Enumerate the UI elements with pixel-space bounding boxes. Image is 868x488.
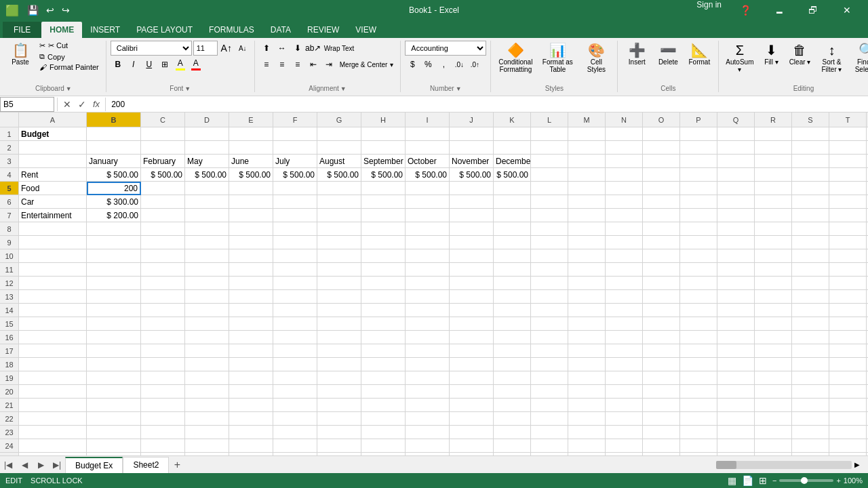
cell-B7[interactable]: $ 200.00 [87,209,141,222]
cell-I16[interactable] [406,331,450,344]
cell-O25[interactable] [643,453,680,455]
cell-T14[interactable] [829,304,867,317]
cell-S24[interactable] [792,439,829,453]
cell-R11[interactable] [755,263,792,277]
cell-G14[interactable] [317,304,361,317]
row-num-11[interactable]: 11 [0,263,19,277]
col-header-q[interactable]: Q [717,113,755,127]
cell-Q3[interactable] [717,155,755,168]
cell-A6[interactable]: Car [19,195,87,209]
prev-sheet-button[interactable]: ◀ [16,457,33,473]
cell-T7[interactable] [829,209,867,222]
cell-C6[interactable] [141,195,185,209]
cell-N19[interactable] [606,371,643,385]
cell-M13[interactable] [568,290,606,304]
cell-F12[interactable] [273,277,317,290]
cell-K8[interactable] [494,222,531,236]
cell-O24[interactable] [643,439,680,453]
cell-F10[interactable] [273,249,317,263]
cell-M14[interactable] [568,304,606,317]
cell-O19[interactable] [643,371,680,385]
cell-N8[interactable] [606,222,643,236]
cell-I18[interactable] [406,358,450,371]
cell-F7[interactable] [273,209,317,222]
cell-Q23[interactable] [717,426,755,439]
cell-I8[interactable] [406,222,450,236]
cell-O15[interactable] [643,317,680,331]
cell-K25[interactable] [494,453,531,455]
cell-E19[interactable] [229,371,273,385]
cell-L18[interactable] [531,358,568,371]
cell-Q17[interactable] [717,344,755,358]
cell-I10[interactable] [406,249,450,263]
cell-P16[interactable] [680,331,717,344]
cell-H20[interactable] [361,385,406,399]
font-expand-icon[interactable]: ▼ [184,85,191,92]
row-num-23[interactable]: 23 [0,426,19,439]
col-header-n[interactable]: N [606,113,643,127]
cell-S17[interactable] [792,344,829,358]
undo-icon[interactable]: ↩ [43,3,57,17]
cell-G10[interactable] [317,249,361,263]
cell-L10[interactable] [531,249,568,263]
cell-Q19[interactable] [717,371,755,385]
row-num-15[interactable]: 15 [0,317,19,331]
cell-J23[interactable] [450,426,494,439]
cell-H14[interactable] [361,304,406,317]
cell-A14[interactable] [19,304,87,317]
cell-H1[interactable] [361,127,406,141]
cell-H25[interactable] [361,453,406,455]
cell-L13[interactable] [531,290,568,304]
cell-P21[interactable] [680,399,717,412]
cell-H19[interactable] [361,371,406,385]
cell-P2[interactable] [680,141,717,155]
row-num-16[interactable]: 16 [0,331,19,344]
cell-A23[interactable] [19,426,87,439]
cell-G24[interactable] [317,439,361,453]
cell-T20[interactable] [829,385,867,399]
cell-A16[interactable] [19,331,87,344]
horizontal-scroll[interactable]: ▶ [716,461,863,469]
cell-M21[interactable] [568,399,606,412]
cell-F21[interactable] [273,399,317,412]
cell-G3[interactable]: August [317,155,361,168]
cell-I11[interactable] [406,263,450,277]
cell-J2[interactable] [450,141,494,155]
cell-M8[interactable] [568,222,606,236]
cell-C7[interactable] [141,209,185,222]
cell-Q25[interactable] [717,453,755,455]
cell-C16[interactable] [141,331,185,344]
next-sheet-button[interactable]: ▶ [33,457,49,473]
cell-C4[interactable]: $ 500.00 [141,168,185,182]
cell-I25[interactable] [406,453,450,455]
cell-R1[interactable] [755,127,792,141]
cell-S8[interactable] [792,222,829,236]
cell-M11[interactable] [568,263,606,277]
cell-I14[interactable] [406,304,450,317]
cell-E16[interactable] [229,331,273,344]
cell-O7[interactable] [643,209,680,222]
cell-D14[interactable] [185,304,229,317]
cell-C12[interactable] [141,277,185,290]
cell-K24[interactable] [494,439,531,453]
cell-R23[interactable] [755,426,792,439]
cell-H12[interactable] [361,277,406,290]
cell-E7[interactable] [229,209,273,222]
cell-J25[interactable] [450,453,494,455]
cell-N25[interactable] [606,453,643,455]
cell-H8[interactable] [361,222,406,236]
cell-N2[interactable] [606,141,643,155]
normal-view-button[interactable]: ▦ [728,475,736,486]
tab-home[interactable]: HOME [41,22,82,38]
cell-O6[interactable] [643,195,680,209]
cell-N3[interactable] [606,155,643,168]
cell-R5[interactable] [755,182,792,195]
align-middle-button[interactable]: ↔ [275,41,290,56]
cell-G16[interactable] [317,331,361,344]
sheet-tab-sheet2[interactable]: Sheet2 [123,457,169,473]
cell-Q15[interactable] [717,317,755,331]
cell-A2[interactable] [19,141,87,155]
cell-G11[interactable] [317,263,361,277]
cell-P10[interactable] [680,249,717,263]
cell-R16[interactable] [755,331,792,344]
